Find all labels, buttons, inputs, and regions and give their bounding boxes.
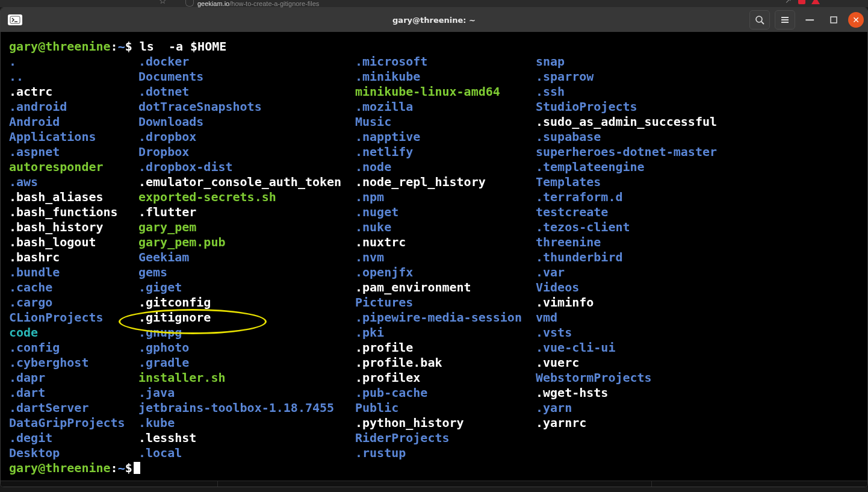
ls-entry: StudioProjects	[536, 99, 867, 114]
ls-entry: .profile	[355, 340, 536, 355]
ls-entry	[536, 431, 867, 446]
ls-entry: .python_history	[355, 416, 536, 431]
ls-entry: code	[9, 325, 138, 340]
svg-line-3	[761, 22, 764, 24]
prompt-line-2: gary@threenine:~$	[1, 461, 867, 476]
ls-entry: .bash_aliases	[9, 190, 138, 205]
command-text	[132, 39, 140, 54]
minimize-button[interactable]: ─	[800, 11, 819, 29]
ls-entry: .cargo	[9, 295, 138, 310]
ls-entry: .dart	[9, 385, 138, 400]
new-tab-terminal-icon[interactable]	[8, 14, 22, 25]
terminal-body[interactable]: gary@threenine:~$ ls -a $HOME ..docker.m…	[1, 32, 867, 487]
ls-entry: gary_pem	[138, 220, 355, 235]
ls-entry: autoresponder	[9, 160, 138, 175]
ls-entry: Templates	[536, 175, 867, 190]
ls-entry: .nuxtrc	[355, 235, 536, 250]
ls-entry: gary_pem.pub	[138, 235, 355, 250]
ls-entry: .dotnet	[138, 84, 355, 99]
ls-entry: Desktop	[9, 446, 138, 461]
ls-entry: exported-secrets.sh	[138, 190, 355, 205]
share-icon: ↗	[785, 0, 792, 4]
ls-entry: .vue-cli-ui	[536, 340, 867, 355]
extension-icon	[798, 0, 805, 4]
prompt-path: ~	[118, 39, 125, 54]
ls-entry: Documents	[138, 69, 355, 84]
ls-entry: .dartServer	[9, 400, 138, 416]
ls-entry: Android	[9, 114, 138, 129]
close-button[interactable]: ✕	[848, 12, 864, 28]
ls-entry: dotTraceSnapshots	[138, 99, 355, 114]
ls-entry: Applications	[9, 129, 138, 145]
browser-url-bar: ☆ geekiam.io/how-to-create-a-gitignore-f…	[0, 0, 868, 7]
ls-entry: .gradle	[138, 355, 355, 370]
ls-entry: .local	[138, 446, 355, 461]
ls-entry: .lesshst	[138, 431, 355, 446]
ls-entry: .android	[9, 99, 138, 114]
ls-entry: .sparrow	[536, 69, 867, 84]
ls-entry: .profile.bak	[355, 355, 536, 370]
ls-entry: ..	[9, 69, 138, 84]
ls-entry: .yarnrc	[536, 416, 867, 431]
ls-entry: Music	[355, 114, 536, 129]
ls-entry: .vuerc	[536, 355, 867, 370]
ls-entry: .	[9, 54, 138, 69]
ls-entry: .kube	[138, 416, 355, 431]
ls-entry: .actrc	[9, 84, 138, 99]
ls-entry: .flutter	[138, 205, 355, 220]
ls-entry: .dapr	[9, 370, 138, 385]
svg-rect-7	[831, 17, 837, 23]
bottom-scrollbar[interactable]	[1, 481, 867, 487]
ls-entry: .bashrc	[9, 250, 138, 265]
ls-entry: .bash_logout	[9, 235, 138, 250]
ls-entry: DataGripProjects	[9, 416, 138, 431]
ls-entry: .napptive	[355, 129, 536, 145]
ls-entry: .giget	[138, 280, 355, 295]
ls-entry: .wget-hsts	[536, 385, 867, 400]
ls-entry: .gphoto	[138, 340, 355, 355]
ls-entry: .minikube	[355, 69, 536, 84]
titlebar[interactable]: gary@threenine: ~ ─ ✕	[1, 8, 867, 32]
ls-entry: .dropbox-dist	[138, 160, 355, 175]
ls-entry: .node_repl_history	[355, 175, 536, 190]
ls-entry: Videos	[536, 280, 867, 295]
maximize-button[interactable]	[824, 11, 843, 29]
ls-entry: .mozilla	[355, 99, 536, 114]
ls-output-grid: ..docker.microsoftsnap..Documents.miniku…	[1, 54, 867, 461]
ls-entry: .node	[355, 160, 536, 175]
ls-entry: .ssh	[536, 84, 867, 99]
ls-entry: .terraform.d	[536, 190, 867, 205]
ls-entry: vmd	[536, 310, 867, 325]
prompt-symbol: $	[125, 39, 132, 54]
shield-icon	[185, 0, 194, 7]
ls-entry: .gitignore	[138, 310, 355, 325]
ls-entry: .pam_environment	[355, 280, 536, 295]
ls-entry: .docker	[138, 54, 355, 69]
svg-rect-0	[10, 16, 20, 23]
ls-entry: .aspnet	[9, 145, 138, 160]
ls-entry: .bash_functions	[9, 205, 138, 220]
menu-button[interactable]	[775, 10, 795, 30]
ls-entry: RiderProjects	[355, 431, 536, 446]
ls-entry: .var	[536, 265, 867, 280]
ls-entry: minikube-linux-amd64	[355, 84, 536, 99]
ls-entry: .sudo_as_admin_successful	[536, 114, 867, 129]
ls-entry: snap	[536, 54, 867, 69]
ls-entry: Dropbox	[138, 145, 355, 160]
search-button[interactable]	[749, 10, 770, 30]
ls-entry: superheroes-dotnet-master	[536, 145, 867, 160]
ls-entry: WebstormProjects	[536, 370, 867, 385]
ls-entry: CLionProjects	[9, 310, 138, 325]
ls-entry: Downloads	[138, 114, 355, 129]
ls-entry: Geekiam	[138, 250, 355, 265]
ls-entry: .openjfx	[355, 265, 536, 280]
ls-entry: gems	[138, 265, 355, 280]
ls-entry: .nvm	[355, 250, 536, 265]
ls-entry: .pipewire-media-session	[355, 310, 536, 325]
url-path: /how-to-create-a-gitignore-files	[229, 0, 319, 7]
warning-icon	[811, 0, 820, 4]
command: ls -a $HOME	[140, 39, 227, 54]
ls-entry: jetbrains-toolbox-1.18.7455	[138, 400, 355, 416]
ls-entry: .microsoft	[355, 54, 536, 69]
prompt-line-1: gary@threenine:~$ ls -a $HOME	[1, 39, 867, 54]
